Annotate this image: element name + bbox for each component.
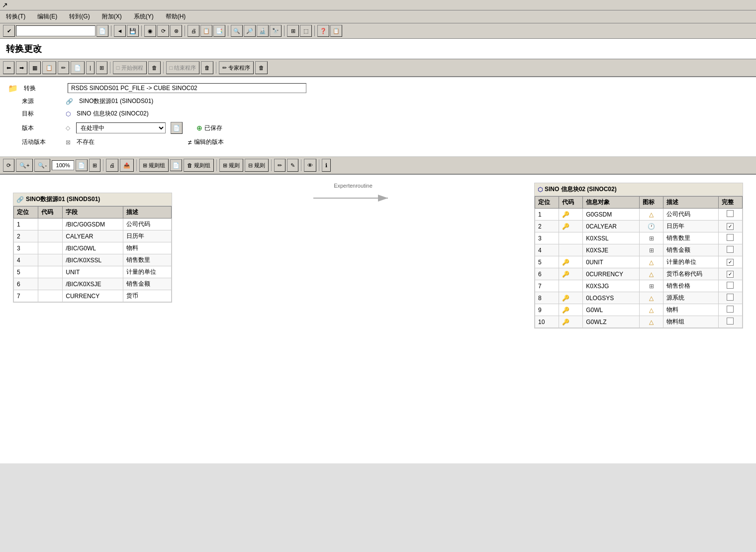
doc-button[interactable]: 📄 xyxy=(96,25,108,37)
target-row: 目标 ⬡ SINO 信息块02 (SINOC02) xyxy=(8,110,748,118)
rule2-label: 规则 xyxy=(254,162,265,169)
menu-edit[interactable]: 编辑(E) xyxy=(35,11,59,22)
table-row[interactable]: 9 🔑 G0WL △ 物料 xyxy=(535,304,743,316)
edit2-rule-btn[interactable]: ✎ xyxy=(287,159,298,172)
delete-rule-group-btn[interactable]: 🗑 规则组 xyxy=(184,159,214,172)
src-pos-cell: 4 xyxy=(14,254,38,266)
find3-button[interactable]: 🔬 xyxy=(257,25,269,37)
delete1-btn[interactable]: 🗑 xyxy=(148,61,161,74)
save-button[interactable]: 💾 xyxy=(127,25,139,37)
tgt-field-cell: 0CALYEAR xyxy=(583,221,640,232)
tgt-code-cell: 🔑 xyxy=(559,268,583,280)
command-input[interactable] xyxy=(16,25,95,36)
table-row[interactable]: 4 /BIC/K0XSSL 销售数里 xyxy=(14,254,172,266)
delete3-btn[interactable]: 🗑 xyxy=(255,61,268,74)
forward-nav-button[interactable]: ➡ xyxy=(16,61,27,74)
table-row[interactable]: 10 🔑 G0WLZ △ 物料组 xyxy=(535,316,743,328)
insert-btn[interactable]: | xyxy=(86,61,94,74)
find-button[interactable]: 🔍 xyxy=(231,25,243,37)
info-rule-btn[interactable]: ℹ xyxy=(322,159,331,172)
src-pos-cell: 5 xyxy=(14,266,38,278)
print2-button[interactable]: 📋 xyxy=(200,25,212,37)
copy-btn[interactable]: 📄 xyxy=(71,61,85,74)
print3-button[interactable]: 📑 xyxy=(213,25,225,37)
grid-button[interactable]: ⊞ xyxy=(287,25,299,37)
menu-help[interactable]: 帮助(H) xyxy=(164,11,188,22)
zoom-out-btn[interactable]: 🔍- xyxy=(34,159,50,172)
table-row[interactable]: 6 /BIC/K0XSJE 销售金额 xyxy=(14,278,172,290)
back-nav-button[interactable]: ⬅ xyxy=(3,61,14,74)
stop-button[interactable]: ⊗ xyxy=(170,25,182,37)
tgt-field-cell: G0WL xyxy=(583,304,640,316)
triangle2-icon: △ xyxy=(649,307,654,314)
zoom-in-btn[interactable]: 🔍+ xyxy=(16,159,33,172)
print-view-btn[interactable]: 🖨 xyxy=(106,159,118,172)
tgt-field-cell: K0XSJG xyxy=(583,280,640,292)
table-row[interactable]: 2 CALYEAR 日历年 xyxy=(14,230,172,242)
checkmark-button[interactable]: ✔ xyxy=(3,25,15,37)
delete2-btn[interactable]: 🗑 xyxy=(201,61,213,74)
rule-group-doc-btn[interactable]: 📄 xyxy=(170,159,182,171)
find4-button[interactable]: 🔭 xyxy=(270,25,282,37)
find2-button[interactable]: 🔎 xyxy=(244,25,256,37)
table-btn[interactable]: ⊞ xyxy=(96,61,107,74)
view-rule-btn[interactable]: 👁 xyxy=(304,159,316,172)
version-doc-btn[interactable]: 📄 xyxy=(171,122,183,134)
edit-rule-btn[interactable]: ✏ xyxy=(274,159,285,172)
tgt-code-cell: 🔑 xyxy=(559,209,583,221)
menu-goto[interactable]: 转到(G) xyxy=(67,11,92,22)
view-btn[interactable]: ⊞ xyxy=(89,159,100,172)
rule2-btn[interactable]: ⊟ 规则 xyxy=(245,159,269,172)
table-row[interactable]: 7 CURRENCY 货币 xyxy=(14,290,172,302)
back-button[interactable]: ◄ xyxy=(114,25,126,37)
triangle-icon: △ xyxy=(649,211,654,218)
zoom-doc-btn[interactable]: 📄 xyxy=(76,159,88,171)
grid-view-button[interactable]: ▦ xyxy=(29,61,41,74)
src-pos-cell: 3 xyxy=(14,242,38,254)
end-routine-btn[interactable]: □ 结束程序 xyxy=(166,61,200,74)
src-desc-cell: 计量的单位 xyxy=(123,266,172,278)
tgt-check-cell: ✓ xyxy=(718,221,742,232)
start-routine-btn[interactable]: □ 开始例程 xyxy=(113,61,147,74)
table-row[interactable]: 7 K0XSJG ⊞ 销售价格 xyxy=(535,280,743,292)
zoom-refresh-btn[interactable]: ⟳ xyxy=(3,159,14,172)
tgt-field-cell: 0UNIT xyxy=(583,256,640,268)
table-row[interactable]: 1 🔑 G0GSDM △ 公司代码 xyxy=(535,209,743,221)
arrow-svg xyxy=(313,191,393,206)
menu-addons[interactable]: 附加(X) xyxy=(100,11,124,22)
info-button[interactable]: 📋 xyxy=(330,25,342,37)
tgt-check-cell xyxy=(718,209,742,221)
table-row[interactable]: 2 🔑 0CALYEAR 🕐 日历年 ✓ xyxy=(535,221,743,232)
menu-conversion[interactable]: 转换(T) xyxy=(4,11,27,22)
table-row[interactable]: 3 K0XSSL ⊞ 销售数里 xyxy=(535,232,743,244)
list-view-button[interactable]: 📋 xyxy=(42,61,56,74)
print-button[interactable]: 🖨 xyxy=(188,25,199,37)
tgt-icon-cell: △ xyxy=(640,304,663,316)
prev-button[interactable]: ◉ xyxy=(144,25,156,37)
zoom-input[interactable]: 100% xyxy=(52,160,74,170)
table-row[interactable]: 1 /BIC/G0GSDM 公司代码 xyxy=(14,219,172,230)
next-button[interactable]: ⟳ xyxy=(157,25,169,37)
export-btn[interactable]: 📤 xyxy=(120,159,134,172)
table-row[interactable]: 4 K0XSJE ⊞ 销售金额 xyxy=(535,244,743,256)
add-rule-btn[interactable]: ⊞ 规则 xyxy=(219,159,243,172)
expert-routine-btn[interactable]: ✏ 专家程序 xyxy=(219,61,254,74)
window-button[interactable]: ⬚ xyxy=(300,25,312,37)
diamond-icon: ◇ xyxy=(66,124,70,131)
table-row[interactable]: 3 /BIC/G0WL 物料 xyxy=(14,242,172,254)
target-value: SINO 信息块02 (SINOC02) xyxy=(77,110,149,118)
sep6 xyxy=(314,25,315,36)
menu-system[interactable]: 系统(Y) xyxy=(132,11,156,22)
help-button[interactable]: ❓ xyxy=(317,25,329,37)
add-rule-group-btn[interactable]: ⊞ 规则组 xyxy=(139,159,169,172)
edit-btn[interactable]: ✏ xyxy=(58,61,69,74)
table-row[interactable]: 6 🔑 0CURRENCY △ 货币名称代码 ✓ xyxy=(535,268,743,280)
tgt-pos-cell: 3 xyxy=(535,232,559,244)
checkbox-unchecked xyxy=(727,210,734,217)
version-select[interactable]: 在处理中 xyxy=(76,122,166,133)
table-row[interactable]: 8 🔑 0LOGSYS △ 源系统 xyxy=(535,292,743,304)
triangle2-icon: △ xyxy=(649,259,654,266)
table-row[interactable]: 5 🔑 0UNIT △ 计量的单位 ✓ xyxy=(535,256,743,268)
table-row[interactable]: 5 UNIT 计量的单位 xyxy=(14,266,172,278)
key-icon: 🔑 xyxy=(562,259,569,266)
